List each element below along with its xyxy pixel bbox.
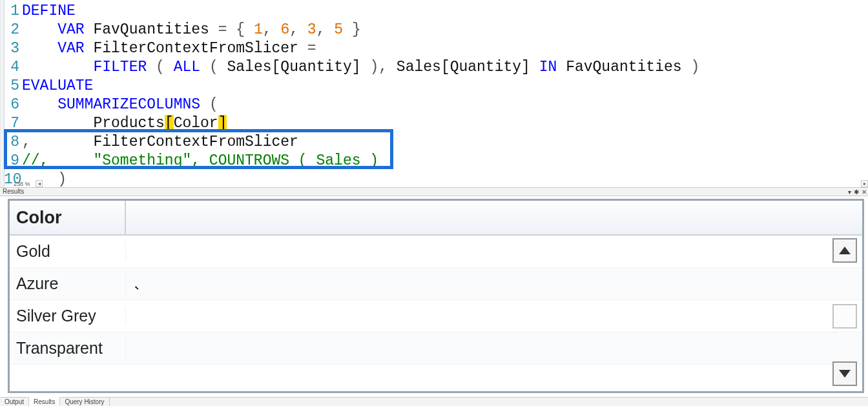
token-op: , — [289, 21, 298, 38]
hscroll-left-icon[interactable]: ◂ — [36, 180, 43, 187]
token-op: = — [307, 40, 316, 57]
token-op: , — [263, 21, 272, 38]
panel-menu-icon[interactable]: ▾ — [848, 188, 851, 196]
table-row[interactable]: Gold — [10, 236, 862, 268]
chevron-down-icon — [839, 370, 851, 378]
tab-query-history[interactable]: Query History — [60, 398, 109, 406]
token-id: Products — [93, 115, 164, 132]
cell: Azure — [10, 274, 126, 293]
token-id: FavQuantities — [93, 21, 209, 38]
code-line[interactable]: 9//, "Something", COUNTROWS ( Sales ) — [4, 152, 699, 170]
token-hlb: [ — [165, 115, 174, 132]
table-row[interactable]: Transparent — [10, 332, 862, 365]
token-num: 1 — [254, 21, 263, 38]
code-line[interactable]: 2 VAR FavQuantities = { 1, 6, 3, 5 } — [4, 21, 699, 39]
code-line[interactable]: 4 FILTER ( ALL ( Sales[Quantity] ), Sale… — [4, 58, 699, 77]
code-line[interactable]: 7 Products[Color] — [4, 114, 699, 133]
token-kw: VAR — [57, 40, 84, 57]
token-id: Color — [174, 115, 218, 132]
token-op: ( — [156, 59, 165, 76]
token-num: 6 — [280, 21, 289, 38]
tab-results[interactable]: Results — [29, 397, 60, 405]
table-row[interactable]: Azure — [10, 268, 862, 300]
grid-header-fill — [126, 201, 862, 234]
token-cmt: //, "Something", COUNTROWS ( Sales ) — [22, 152, 378, 169]
token-kw: DEFINE — [22, 3, 76, 19]
panel-close-icon[interactable]: ✕ — [862, 188, 867, 196]
results-title: Results — [3, 188, 24, 195]
scroll-up-button[interactable] — [832, 238, 857, 263]
grid-body: GoldAzureSilver GreyTransparent — [10, 236, 862, 391]
token-op: , — [378, 59, 388, 76]
line-number: 5 — [4, 77, 22, 96]
line-number: 8 — [4, 133, 22, 152]
token-id: Sales[Quantity] — [227, 59, 361, 76]
token-kw: IN — [539, 59, 557, 76]
results-titlebar: Results ▾ ✱ ✕ — [0, 187, 868, 196]
token-hlb: ] — [218, 115, 227, 132]
token-id: Sales[Quantity] — [397, 59, 530, 76]
token-op: } — [352, 21, 361, 38]
token-op: , — [22, 134, 31, 150]
bottom-tab-strip: OutputResultsQuery History — [0, 397, 868, 406]
token-kw: EVALUATE — [22, 77, 93, 94]
token-fn: FILTER — [93, 59, 147, 76]
code-line[interactable]: 6 SUMMARIZECOLUMNS ( — [4, 96, 699, 114]
code-line[interactable]: 1DEFINE — [4, 2, 699, 21]
cell: Gold — [10, 242, 126, 261]
line-number: 9 — [4, 152, 22, 170]
cell: Silver Grey — [10, 307, 126, 325]
code-body[interactable]: 1DEFINE2 VAR FavQuantities = { 1, 6, 3, … — [4, 2, 699, 187]
token-id: FilterContextFromSlicer — [93, 40, 298, 57]
grid-header-row: Color — [10, 201, 862, 236]
token-fn: SUMMARIZECOLUMNS — [57, 96, 200, 113]
results-grid: Color GoldAzureSilver GreyTransparent — [8, 199, 864, 393]
chevron-up-icon — [839, 247, 851, 254]
tab-output[interactable]: Output — [0, 398, 29, 406]
cell: Transparent — [10, 339, 126, 358]
code-editor[interactable]: 1DEFINE2 VAR FavQuantities = { 1, 6, 3, … — [0, 0, 868, 187]
line-number: 3 — [4, 39, 22, 58]
token-op: { — [236, 21, 245, 38]
code-line[interactable]: 5EVALUATE — [4, 77, 699, 96]
code-line[interactable]: 10 ) — [4, 170, 699, 187]
line-number: 1 — [4, 2, 22, 21]
token-op: ( — [209, 59, 218, 76]
token-kw: VAR — [57, 21, 84, 38]
token-num: 5 — [334, 21, 343, 38]
hscroll-right-icon[interactable]: ▸ — [861, 180, 868, 187]
line-number: 6 — [4, 96, 22, 114]
code-line[interactable]: 3 VAR FilterContextFromSlicer = — [4, 39, 699, 58]
line-number: 2 — [4, 21, 22, 39]
line-number: 7 — [4, 114, 22, 133]
token-op: = — [218, 21, 227, 38]
column-header[interactable]: Color — [10, 201, 126, 234]
token-fn: ALL — [174, 59, 200, 76]
token-id: FavQuantities — [566, 59, 681, 76]
token-num: 3 — [307, 21, 316, 38]
token-op: , — [316, 21, 326, 38]
token-op: ) — [690, 59, 699, 76]
scroll-down-button[interactable] — [832, 361, 857, 386]
token-op: ( — [209, 96, 218, 113]
token-op: ) — [57, 171, 67, 187]
table-row[interactable]: Silver Grey — [10, 300, 862, 332]
token-op: ) — [369, 59, 378, 76]
token-id: FilterContextFromSlicer — [93, 134, 298, 150]
zoom-level[interactable]: 238 % — [14, 181, 30, 187]
column-header-label: Color — [16, 208, 62, 228]
panel-pin-icon[interactable]: ✱ — [854, 188, 859, 196]
code-line[interactable]: 8, FilterContextFromSlicer — [4, 133, 699, 152]
scroll-thumb[interactable] — [832, 304, 857, 329]
line-number: 4 — [4, 58, 22, 77]
results-panel: Color GoldAzureSilver GreyTransparent ⬉ — [0, 196, 868, 397]
